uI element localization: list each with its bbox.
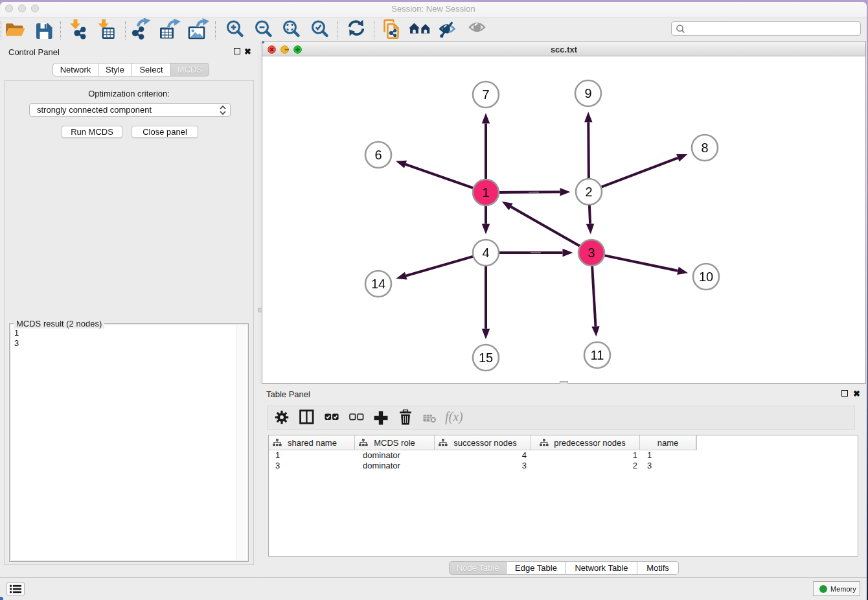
svg-text:14: 14 <box>371 277 385 291</box>
svg-text:6: 6 <box>374 148 382 162</box>
svg-text:9: 9 <box>584 86 591 100</box>
svg-text:8: 8 <box>701 141 708 155</box>
svg-text:4: 4 <box>482 246 489 260</box>
svg-text:11: 11 <box>591 348 604 362</box>
svg-text:2: 2 <box>585 185 592 199</box>
svg-text:15: 15 <box>479 351 493 365</box>
svg-text:7: 7 <box>482 87 489 102</box>
svg-text:1: 1 <box>482 185 489 200</box>
svg-text:10: 10 <box>699 270 713 284</box>
svg-text:3: 3 <box>588 246 595 260</box>
